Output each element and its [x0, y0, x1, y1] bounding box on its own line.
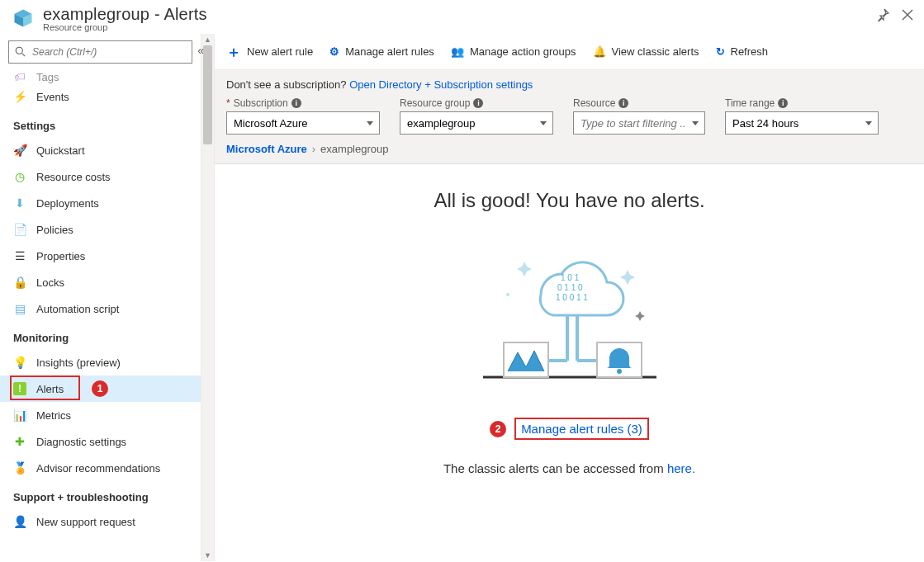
info-icon[interactable]: i	[618, 98, 628, 108]
manage-alert-rules-button[interactable]: ⚙ Manage alert rules	[329, 45, 434, 58]
deploy-icon: ⬇	[13, 196, 26, 210]
breadcrumb-root[interactable]: Microsoft Azure	[226, 143, 307, 155]
sidebar-section-monitoring: Monitoring	[0, 322, 201, 349]
sidebar-item-metrics[interactable]: 📊Metrics	[0, 402, 201, 428]
rocket-icon: 🚀	[13, 144, 26, 157]
blade-header: examplegroup - Alerts Resource group	[0, 0, 924, 34]
bulb-icon: 💡	[13, 356, 26, 369]
sidebar-nav: 🏷 Tags ⚡ Events Settings 🚀Quickstart ◷Re…	[0, 68, 201, 561]
classic-alerts-text: The classic alerts can be accessed from	[443, 461, 667, 475]
info-icon[interactable]: i	[473, 98, 483, 108]
bell-icon: 🔔	[593, 45, 606, 58]
callout-1: 1	[92, 380, 108, 397]
filter-bar: Don't see a subscription? Open Directory…	[215, 70, 924, 164]
people-icon: 👥	[451, 45, 464, 58]
page-title: examplegroup - Alerts	[43, 5, 876, 24]
gear-icon: ⚙	[329, 45, 339, 58]
scrollbar[interactable]: ▲ ▼	[201, 34, 215, 561]
subscription-label: Subscription	[234, 97, 288, 109]
breadcrumb: Microsoft Azure › examplegroup	[226, 143, 912, 155]
sidebar-item-new-support-request[interactable]: 👤New support request	[0, 508, 201, 535]
script-icon: ▤	[13, 302, 26, 315]
subscription-select[interactable]	[226, 111, 380, 135]
svg-text:1 0 0 1 1: 1 0 0 1 1	[556, 293, 588, 302]
chevron-right-icon: ›	[312, 143, 315, 155]
view-classic-alerts-button[interactable]: 🔔 View classic alerts	[593, 45, 699, 58]
resource-group-icon	[12, 7, 35, 32]
sidebar-section-support: Support + troubleshooting	[0, 481, 201, 508]
sidebar: « 🏷 Tags ⚡ Events Settings 🚀Quickstart ◷…	[0, 34, 201, 561]
lock-icon: 🔒	[13, 276, 26, 289]
alert-icon: !	[13, 382, 26, 395]
svg-text:0 1 1 0: 0 1 1 0	[557, 283, 583, 292]
refresh-icon: ↻	[716, 45, 725, 58]
time-range-label: Time range	[725, 97, 775, 109]
scroll-down-icon[interactable]: ▼	[201, 550, 214, 561]
refresh-button[interactable]: ↻ Refresh	[716, 45, 769, 58]
plus-icon: ＋	[226, 42, 241, 62]
toolbar: ＋ New alert rule ⚙ Manage alert rules 👥 …	[215, 34, 924, 70]
svg-text:1 0 1: 1 0 1	[561, 273, 580, 282]
classic-alerts-link[interactable]: here.	[667, 461, 695, 475]
cost-icon: ◷	[13, 170, 26, 183]
svg-point-3	[16, 47, 22, 54]
sidebar-item-tags[interactable]: 🏷 Tags	[0, 68, 201, 83]
policy-icon: 📄	[13, 223, 26, 236]
sidebar-item-automation-script[interactable]: ▤Automation script	[0, 295, 201, 322]
svg-point-16	[506, 293, 509, 296]
sidebar-item-insights[interactable]: 💡Insights (preview)	[0, 349, 201, 375]
info-icon[interactable]: i	[291, 98, 301, 108]
sidebar-item-diagnostic-settings[interactable]: ✚Diagnostic settings	[0, 428, 201, 455]
sidebar-item-properties[interactable]: ☰Properties	[0, 243, 201, 269]
resource-filter-input[interactable]	[573, 111, 705, 135]
time-range-select[interactable]	[725, 111, 879, 135]
sidebar-item-quickstart[interactable]: 🚀Quickstart	[0, 137, 201, 163]
advisor-icon: 🏅	[13, 461, 26, 475]
resource-label: Resource	[573, 97, 615, 109]
props-icon: ☰	[13, 249, 26, 262]
manage-action-groups-button[interactable]: 👥 Manage action groups	[451, 45, 576, 58]
sidebar-item-events[interactable]: ⚡ Events	[0, 83, 201, 110]
new-alert-rule-button[interactable]: ＋ New alert rule	[226, 42, 313, 62]
manage-alert-rules-link[interactable]: Manage alert rules (3)	[514, 418, 649, 440]
callout-2: 2	[490, 421, 506, 437]
tag-icon: 🏷	[13, 70, 26, 83]
main-content: ＋ New alert rule ⚙ Manage alert rules 👥 …	[215, 34, 924, 561]
info-icon[interactable]: i	[778, 98, 788, 108]
resource-group-select[interactable]	[400, 111, 553, 135]
sidebar-item-deployments[interactable]: ⬇Deployments	[0, 190, 201, 216]
breadcrumb-current: examplegroup	[320, 143, 388, 155]
resource-group-label: Resource group	[400, 97, 470, 109]
pin-icon[interactable]	[876, 8, 889, 21]
svg-rect-13	[504, 342, 548, 377]
sidebar-section-settings: Settings	[0, 110, 201, 137]
empty-state-illustration: 0 1 1 0 1 0 0 1 1 1 0 1	[231, 229, 907, 396]
bolt-icon: ⚡	[13, 90, 26, 103]
search-input[interactable]	[8, 40, 192, 64]
support-icon: 👤	[13, 515, 26, 528]
sidebar-item-policies[interactable]: 📄Policies	[0, 216, 201, 243]
subscription-hint-text: Don't see a subscription?	[226, 78, 349, 91]
metrics-icon: 📊	[13, 409, 26, 422]
sidebar-item-advisor[interactable]: 🏅Advisor recommendations	[0, 455, 201, 481]
svg-line-4	[22, 54, 26, 57]
search-icon	[15, 46, 26, 59]
close-icon[interactable]	[901, 8, 914, 21]
empty-state-headline: All is good! You have no alerts.	[231, 189, 907, 212]
sidebar-item-alerts[interactable]: ! Alerts 1	[0, 375, 201, 402]
sidebar-item-locks[interactable]: 🔒Locks	[0, 269, 201, 295]
diag-icon: ✚	[13, 435, 26, 448]
svg-point-15	[617, 369, 622, 374]
open-directory-link[interactable]: Open Directory + Subscription settings	[349, 78, 533, 91]
sidebar-item-resource-costs[interactable]: ◷Resource costs	[0, 163, 201, 190]
